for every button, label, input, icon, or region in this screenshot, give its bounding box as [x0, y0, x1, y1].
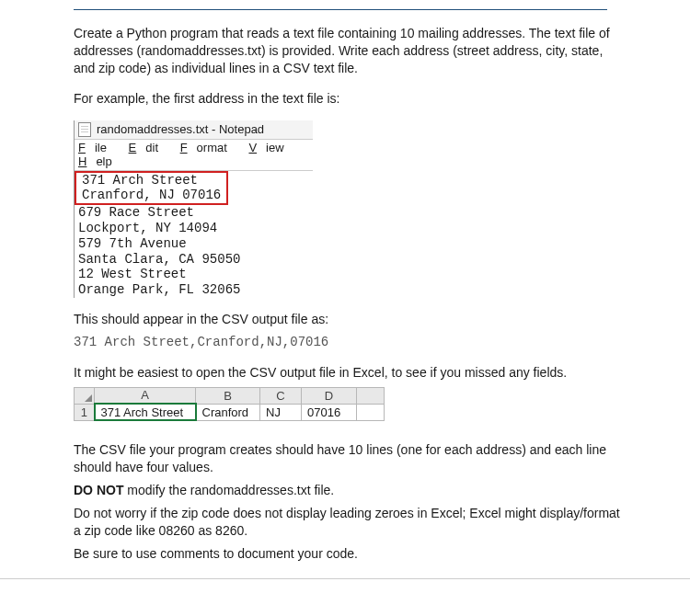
paragraph-example-lead: For example, the first address in the te…	[74, 90, 626, 108]
csv-example-line: 371 Arch Street,Cranford,NJ,07016	[74, 334, 626, 351]
notepad-titlebar: randomaddresses.txt - Notepad	[75, 120, 313, 140]
notepad-line: Orange Park, FL 32065	[75, 282, 313, 298]
notepad-line: 579 7th Avenue	[75, 236, 313, 252]
column-header[interactable]: A	[95, 387, 196, 404]
column-header[interactable]: C	[260, 387, 302, 404]
select-all-corner[interactable]	[75, 387, 95, 404]
excel-table: A B C D 1 371 Arch Street Cranford NJ 07…	[74, 387, 385, 422]
paragraph-csv-lead: This should appear in the CSV output fil…	[74, 311, 626, 328]
notepad-line: Santa Clara, CA 95050	[75, 252, 313, 268]
cell-e1[interactable]	[357, 404, 385, 420]
row-header[interactable]: 1	[75, 404, 95, 420]
menu-format[interactable]: Format	[180, 141, 236, 154]
document-page: Create a Python program that reads a tex…	[0, 0, 690, 598]
file-icon	[78, 122, 91, 137]
paragraph-intro: Create a Python program that reads a tex…	[74, 25, 626, 77]
notepad-line: 679 Race Street	[75, 205, 313, 221]
notepad-line: 12 West Street	[75, 267, 313, 282]
menu-edit[interactable]: Edit	[129, 141, 167, 154]
notepad-window: randomaddresses.txt - Notepad File Edit …	[74, 120, 313, 298]
paragraph-requirements: The CSV file your program creates should…	[74, 441, 626, 476]
column-header[interactable]	[357, 387, 385, 404]
bottom-divider	[0, 578, 690, 579]
paragraph-donot: DO NOT modify the randomaddresses.txt fi…	[74, 482, 626, 499]
paragraph-excel-hint: It might be easiest to open the CSV outp…	[74, 364, 626, 382]
paragraph-comments: Be sure to use comments to document your…	[74, 545, 626, 563]
notepad-body: 371 Arch Street Cranford, NJ 07016 679 R…	[75, 171, 313, 298]
table-row: A B C D	[75, 387, 385, 404]
notepad-menu: File Edit Format View Help	[75, 140, 313, 171]
table-row: 1 371 Arch Street Cranford NJ 07016	[75, 404, 385, 420]
cell-a1[interactable]: 371 Arch Street	[95, 404, 196, 420]
column-header[interactable]: D	[302, 387, 357, 404]
menu-file[interactable]: File	[78, 141, 116, 154]
notepad-line: Lockport, NY 14094	[75, 221, 313, 236]
column-header[interactable]: B	[196, 387, 260, 404]
cell-c1[interactable]: NJ	[260, 404, 302, 420]
excel-preview: A B C D 1 371 Arch Street Cranford NJ 07…	[74, 387, 626, 422]
menu-help[interactable]: Help	[78, 154, 121, 168]
menu-view[interactable]: View	[248, 141, 293, 154]
top-divider	[74, 9, 607, 10]
notepad-title-text: randomaddresses.txt - Notepad	[97, 122, 264, 136]
notepad-line: 371 Arch Street	[78, 173, 224, 188]
notepad-line: Cranford, NJ 07016	[78, 188, 224, 203]
cell-b1[interactable]: Cranford	[196, 404, 260, 420]
cell-d1[interactable]: 07016	[302, 404, 357, 420]
highlighted-address: 371 Arch Street Cranford, NJ 07016	[75, 171, 228, 206]
paragraph-zip-note: Do not worry if the zip code does not di…	[74, 505, 626, 540]
